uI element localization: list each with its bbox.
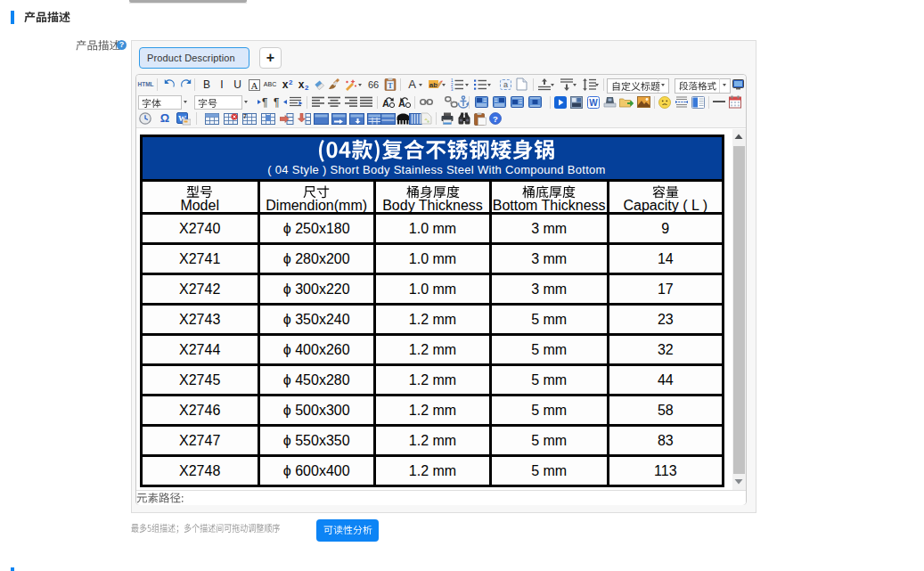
svg-text:W: W bbox=[589, 98, 598, 108]
svg-text:?: ? bbox=[493, 114, 498, 124]
svg-text:A: A bbox=[382, 98, 389, 109]
svg-text:7: 7 bbox=[243, 113, 247, 119]
svg-text:3: 3 bbox=[451, 87, 454, 91]
svg-text:¶: ¶ bbox=[262, 96, 267, 108]
svg-text:T: T bbox=[388, 82, 393, 90]
svg-text:¶: ¶ bbox=[274, 96, 279, 108]
svg-text:ab: ab bbox=[429, 81, 437, 89]
